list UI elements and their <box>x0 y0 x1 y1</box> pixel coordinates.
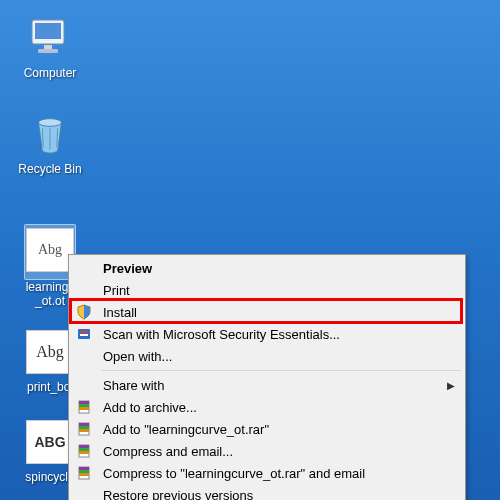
desktop-icon-label: Computer <box>12 66 88 80</box>
rar-icon <box>76 443 92 459</box>
font-sample: ABG <box>26 420 74 464</box>
svg-rect-13 <box>79 423 89 426</box>
menu-label: Preview <box>103 261 152 276</box>
rar-icon <box>76 465 92 481</box>
menu-label: Compress to "learningcurve_ot.rar" and e… <box>103 466 365 481</box>
font-file-icon: ABG <box>26 418 74 466</box>
menu-label: Scan with Microsoft Security Essentials.… <box>103 327 340 342</box>
menu-label: Compress and email... <box>103 444 233 459</box>
shield-icon <box>76 304 92 320</box>
menu-preview[interactable]: Preview <box>71 257 463 279</box>
svg-rect-2 <box>44 45 52 49</box>
menu-compress-named-email[interactable]: Compress to "learningcurve_ot.rar" and e… <box>71 462 463 484</box>
menu-label: Open with... <box>103 349 172 364</box>
svg-rect-6 <box>80 331 88 333</box>
context-menu: Preview Print Install Scan with Microsof… <box>68 254 466 500</box>
desktop-icon-computer[interactable]: Computer <box>12 14 88 80</box>
menu-label: Share with <box>103 378 164 393</box>
svg-rect-15 <box>79 429 89 432</box>
font-sample: Abg <box>26 330 74 374</box>
svg-rect-19 <box>79 451 89 454</box>
svg-rect-22 <box>79 470 89 473</box>
desktop-icon-label: Recycle Bin <box>12 162 88 176</box>
svg-point-4 <box>39 119 62 127</box>
menu-separator <box>101 370 461 371</box>
menu-restore-previous[interactable]: Restore previous versions <box>71 484 463 500</box>
svg-rect-9 <box>79 401 89 404</box>
svg-rect-21 <box>79 467 89 470</box>
desktop-icon-recyclebin[interactable]: Recycle Bin <box>12 110 88 176</box>
submenu-arrow-icon: ▶ <box>447 380 455 391</box>
menu-open-with[interactable]: Open with... <box>71 345 463 367</box>
msse-icon <box>76 326 92 342</box>
rar-icon <box>76 399 92 415</box>
menu-add-archive[interactable]: Add to archive... <box>71 396 463 418</box>
menu-label: Add to archive... <box>103 400 197 415</box>
svg-rect-1 <box>35 23 61 39</box>
menu-label: Print <box>103 283 130 298</box>
menu-scan[interactable]: Scan with Microsoft Security Essentials.… <box>71 323 463 345</box>
menu-compress-email[interactable]: Compress and email... <box>71 440 463 462</box>
menu-label: Restore previous versions <box>103 488 253 501</box>
menu-share-with[interactable]: Share with ▶ <box>71 374 463 396</box>
svg-rect-18 <box>79 448 89 451</box>
svg-rect-11 <box>79 407 89 410</box>
menu-label: Install <box>103 305 137 320</box>
svg-rect-3 <box>38 49 58 53</box>
font-sample: Abg <box>26 228 74 272</box>
rar-icon <box>76 421 92 437</box>
menu-label: Add to "learningcurve_ot.rar" <box>103 422 269 437</box>
svg-rect-14 <box>79 426 89 429</box>
svg-rect-23 <box>79 473 89 476</box>
recyclebin-icon <box>26 110 74 158</box>
svg-rect-7 <box>80 334 88 336</box>
svg-rect-10 <box>79 404 89 407</box>
computer-icon <box>26 14 74 62</box>
svg-rect-17 <box>79 445 89 448</box>
menu-install[interactable]: Install <box>71 301 463 323</box>
font-file-icon: Abg <box>26 226 74 274</box>
menu-print[interactable]: Print <box>71 279 463 301</box>
font-file-icon: Abg <box>26 328 74 376</box>
menu-add-named[interactable]: Add to "learningcurve_ot.rar" <box>71 418 463 440</box>
